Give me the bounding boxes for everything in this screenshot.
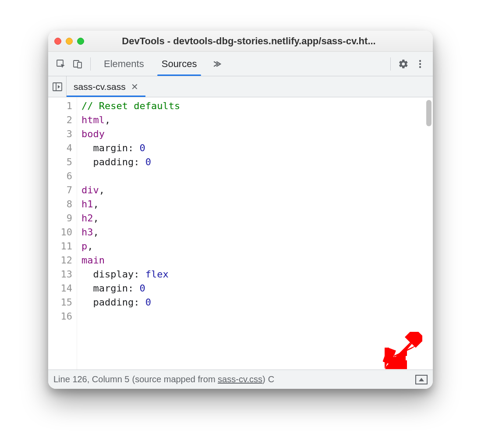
cursor-position: Line 126, Column 5 bbox=[53, 374, 129, 384]
svg-rect-6 bbox=[53, 83, 62, 91]
code-line[interactable]: body bbox=[81, 127, 433, 141]
line-number: 14 bbox=[48, 281, 72, 295]
kebab-menu-icon[interactable] bbox=[412, 56, 428, 72]
file-tab[interactable]: sass-cv.sass ✕ bbox=[67, 76, 145, 97]
inspect-element-icon[interactable] bbox=[53, 56, 69, 72]
sources-file-tabbar: sass-cv.sass ✕ bbox=[48, 76, 433, 97]
line-number: 8 bbox=[48, 197, 72, 211]
code-line[interactable]: div, bbox=[81, 183, 433, 197]
svg-rect-2 bbox=[78, 62, 81, 68]
line-number: 10 bbox=[48, 225, 72, 239]
code-line[interactable]: html, bbox=[81, 113, 433, 127]
line-number: 12 bbox=[48, 253, 72, 267]
line-number: 1 bbox=[48, 99, 72, 113]
code-editor[interactable]: 12345678910111213141516 // Reset default… bbox=[48, 97, 433, 370]
scrollbar-thumb[interactable] bbox=[426, 100, 431, 126]
svg-point-5 bbox=[419, 66, 421, 68]
code-line[interactable]: margin: 0 bbox=[81, 281, 433, 295]
maximize-window-button[interactable] bbox=[77, 38, 84, 45]
tab-elements[interactable]: Elements bbox=[95, 52, 153, 76]
line-number: 16 bbox=[48, 309, 72, 324]
line-gutter: 12345678910111213141516 bbox=[48, 97, 77, 370]
code-line[interactable]: p, bbox=[81, 239, 433, 253]
code-line[interactable]: h2, bbox=[81, 211, 433, 225]
code-line[interactable]: padding: 0 bbox=[81, 155, 433, 169]
line-number: 4 bbox=[48, 141, 72, 155]
code-line[interactable]: h1, bbox=[81, 197, 433, 211]
line-number: 2 bbox=[48, 113, 72, 127]
source-map-link[interactable]: sass-cv.css bbox=[218, 374, 262, 384]
line-number: 9 bbox=[48, 211, 72, 225]
line-number: 7 bbox=[48, 183, 72, 197]
line-number: 5 bbox=[48, 155, 72, 169]
line-number: 6 bbox=[48, 169, 72, 183]
device-toolbar-icon[interactable] bbox=[69, 56, 86, 72]
code-line[interactable] bbox=[81, 309, 433, 324]
statusbar: Line 126, Column 5 (source mapped from s… bbox=[48, 370, 433, 389]
line-number: 15 bbox=[48, 295, 72, 309]
minimize-window-button[interactable] bbox=[66, 38, 73, 45]
more-tabs-icon[interactable] bbox=[208, 56, 225, 72]
coverage-truncated: C bbox=[268, 374, 274, 384]
code-line[interactable]: margin: 0 bbox=[81, 141, 433, 155]
close-tab-icon[interactable]: ✕ bbox=[131, 82, 138, 92]
code-line[interactable] bbox=[81, 169, 433, 183]
code-line[interactable]: main bbox=[81, 253, 433, 267]
traffic-lights bbox=[54, 38, 84, 45]
toolbar-divider bbox=[90, 57, 91, 71]
titlebar: DevTools - devtools-dbg-stories.netlify.… bbox=[48, 31, 433, 52]
line-number: 11 bbox=[48, 239, 72, 253]
devtools-window: DevTools - devtools-dbg-stories.netlify.… bbox=[48, 31, 433, 389]
file-tab-label: sass-cv.sass bbox=[74, 82, 126, 92]
code-content[interactable]: // Reset defaultshtml,body margin: 0 pad… bbox=[77, 97, 433, 370]
navigator-toggle-icon[interactable] bbox=[48, 76, 67, 97]
code-line[interactable]: h3, bbox=[81, 225, 433, 239]
code-line[interactable]: padding: 0 bbox=[81, 295, 433, 309]
code-line[interactable]: // Reset defaults bbox=[81, 99, 433, 113]
source-map-info: (source mapped from sass-cv.css) bbox=[132, 374, 265, 384]
close-window-button[interactable] bbox=[54, 38, 61, 45]
drawer-toggle-icon[interactable] bbox=[415, 375, 428, 384]
window-title: DevTools - devtools-dbg-stories.netlify.… bbox=[88, 36, 427, 47]
settings-icon[interactable] bbox=[395, 56, 412, 72]
line-number: 3 bbox=[48, 127, 72, 141]
svg-point-4 bbox=[419, 63, 421, 64]
main-toolbar: Elements Sources bbox=[48, 52, 433, 76]
svg-point-3 bbox=[419, 60, 421, 61]
tab-sources[interactable]: Sources bbox=[153, 52, 206, 76]
toolbar-divider bbox=[390, 57, 391, 71]
line-number: 13 bbox=[48, 267, 72, 281]
panel-tabs: Elements Sources bbox=[95, 52, 205, 76]
code-line[interactable]: display: flex bbox=[81, 267, 433, 281]
